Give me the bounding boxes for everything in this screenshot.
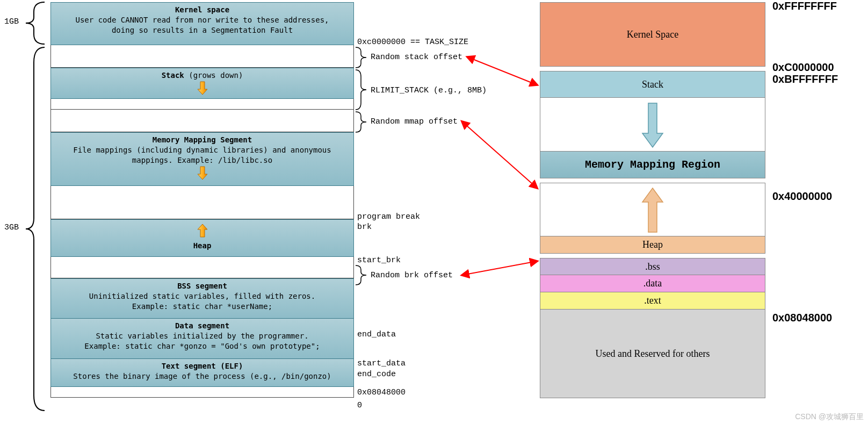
label-start-brk: start_brk	[357, 256, 401, 265]
r-kernel: Kernel Space	[540, 2, 765, 67]
segment-heap: Heap	[50, 219, 354, 257]
segment-mmap: Memory Mapping Segment File mappings (in…	[50, 132, 354, 186]
stack-title: Stack	[162, 71, 184, 80]
r-gap-stack	[540, 98, 765, 152]
data-title: Data segment	[55, 321, 349, 331]
segment-bss: BSS segment Uninitialized static variabl…	[50, 278, 354, 319]
label-random-brk: Random brk offset	[371, 271, 453, 280]
bss-title: BSS segment	[55, 281, 349, 291]
addr-bfffffff: 0xBFFFFFFF	[772, 73, 838, 85]
data-desc1: Static variables initialized by the prog…	[55, 331, 349, 341]
svg-line-2	[462, 261, 537, 275]
gap-zero	[50, 387, 354, 398]
segment-stack: Stack (grows down)	[50, 68, 354, 99]
arrow-up-orange-icon	[640, 187, 665, 234]
segment-data: Data segment Static variables initialize…	[50, 319, 354, 359]
r-heap: Heap	[540, 236, 765, 254]
r-bss: .bss	[540, 258, 765, 275]
svg-line-1	[462, 121, 537, 188]
bss-desc1: Uninitialized static variables, filled w…	[55, 291, 349, 301]
r-reserved: Used and Reserved for others	[540, 310, 765, 398]
r-data: .data	[540, 275, 765, 292]
kernel-desc2: doing so results in a Segmentation Fault	[55, 25, 349, 35]
arrow-down-icon	[197, 81, 208, 96]
segment-kernel: Kernel space User code CANNOT read from …	[50, 2, 354, 45]
r-text: .text	[540, 292, 765, 310]
segment-text: Text segment (ELF) Stores the binary ima…	[50, 359, 354, 387]
text-desc1: Stores the binary image of the process (…	[55, 371, 349, 382]
text-title: Text segment (ELF)	[55, 361, 349, 371]
r-mmap: Memory Mapping Region	[540, 152, 765, 178]
label-zero: 0	[357, 401, 362, 410]
brace-3gb-icon	[20, 46, 50, 412]
brace-1gb-icon	[20, 1, 50, 45]
label-08048000: 0x08048000	[357, 388, 406, 397]
label-random-mmap: Random mmap offset	[371, 117, 458, 126]
label-task-size: 0xc0000000 == TASK_SIZE	[357, 38, 468, 47]
r-stack: Stack	[540, 71, 765, 98]
label-program-break: program break	[357, 212, 420, 221]
stack-growth: (grows down)	[184, 71, 243, 80]
gap-heap-above	[50, 186, 354, 219]
addr-08048000: 0x08048000	[772, 312, 832, 324]
mmap-desc2: mappings. Example: /lib/libc.so	[55, 155, 349, 166]
kernel-title: Kernel space	[55, 5, 349, 15]
gap-random-mmap	[50, 110, 354, 132]
watermark: CSDN @攻城狮百里	[795, 412, 864, 422]
gap-stack-bottom	[50, 99, 354, 110]
label-1gb: 1GB	[4, 17, 19, 26]
label-rlimit: RLIMIT_STACK (e.g., 8MB)	[371, 86, 487, 95]
label-random-stack: Random stack offset	[371, 53, 462, 62]
brace-rlimit-icon	[355, 69, 371, 111]
mmap-desc1: File mappings (including dynamic librari…	[55, 145, 349, 155]
brace-random-stack-icon	[355, 46, 371, 69]
label-start-data: start_data	[357, 359, 406, 368]
gap-random-stack	[50, 45, 354, 68]
arrow-up-icon	[197, 223, 208, 238]
kernel-desc1: User code CANNOT read from nor write to …	[55, 15, 349, 25]
data-desc2: Example: static char *gonzo = "God's own…	[55, 341, 349, 351]
heap-title: Heap	[193, 241, 212, 250]
addr-c0000000: 0xC0000000	[772, 61, 834, 74]
brace-random-brk-icon	[355, 264, 371, 286]
bss-desc2: Example: static char *userName;	[55, 301, 349, 312]
arrow-down-blue-icon	[640, 102, 665, 149]
mmap-title: Memory Mapping Segment	[55, 135, 349, 145]
arrow-down-icon	[197, 166, 208, 181]
label-end-code: end_code	[357, 370, 396, 379]
addr-40000000: 0x40000000	[772, 190, 832, 203]
addr-ffffffff: 0xFFFFFFFF	[772, 0, 837, 12]
brace-random-mmap-icon	[355, 111, 371, 133]
gap-random-brk	[50, 257, 354, 278]
r-gap-heap	[540, 183, 765, 236]
left-memory-map: Kernel space User code CANNOT read from …	[50, 2, 354, 398]
svg-line-0	[467, 57, 537, 85]
label-brk: brk	[357, 222, 372, 232]
label-3gb: 3GB	[4, 223, 19, 232]
right-memory-map: Kernel Space Stack Memory Mapping Region…	[540, 2, 765, 398]
label-end-data: end_data	[357, 330, 396, 339]
